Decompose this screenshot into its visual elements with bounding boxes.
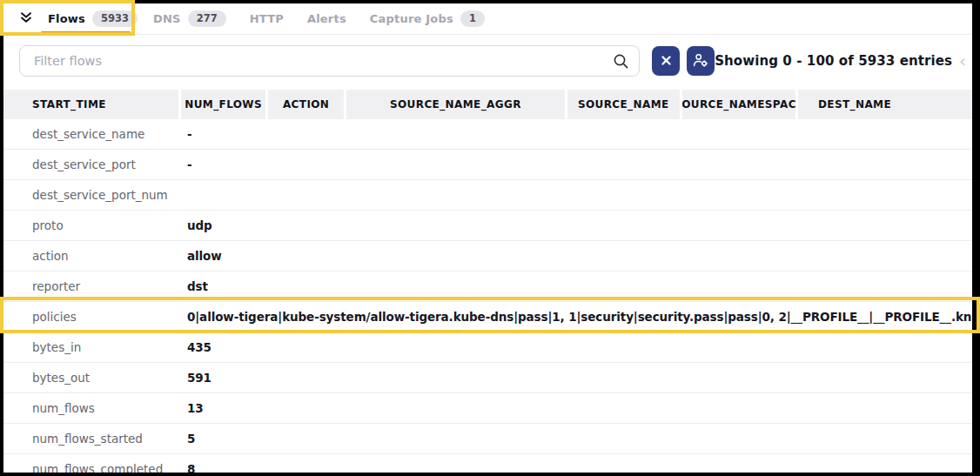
detail-row: reporter dst: [3, 272, 972, 302]
detail-value: -: [187, 127, 972, 141]
detail-key: num_flows_started: [3, 432, 187, 446]
filter-searchbox: [19, 45, 640, 77]
customize-columns-button[interactable]: [687, 46, 715, 76]
detail-row: action allow: [3, 241, 972, 272]
user-settings-icon: [693, 53, 708, 70]
column-header-start-time[interactable]: START_TIME: [3, 90, 178, 119]
detail-row-policies: policies 0|allow-tigera|kube-system/allo…: [3, 302, 972, 332]
tab-capture-jobs[interactable]: Capture Jobs 1: [370, 10, 485, 27]
detail-key: dest_service_port: [3, 158, 187, 171]
detail-row: num_flows 13: [3, 393, 972, 424]
detail-key: bytes_out: [3, 371, 187, 385]
detail-key: policies: [3, 310, 187, 324]
detail-row: dest_service_name -: [3, 119, 972, 150]
detail-row: dest_service_port_num: [3, 180, 972, 211]
detail-key: num_flows_completed: [3, 462, 187, 473]
detail-value: 5: [187, 432, 972, 446]
tab-dns-label: DNS: [153, 12, 181, 25]
tab-alerts-label: Alerts: [307, 12, 346, 25]
column-header-source-name-aggr[interactable]: SOURCE_NAME_AGGR: [346, 90, 565, 119]
tab-capture-jobs-badge: 1: [460, 10, 485, 27]
tab-http-label: HTTP: [250, 12, 284, 25]
detail-value: 591: [187, 371, 972, 385]
detail-key: dest_service_port_num: [3, 188, 187, 202]
detail-row: num_flows_completed 8: [3, 454, 972, 473]
expanded-row-details: dest_service_name - dest_service_port - …: [3, 119, 972, 473]
filter-input[interactable]: [19, 45, 640, 77]
column-header-dest-name[interactable]: DEST_NAME: [798, 90, 972, 119]
detail-value: 435: [187, 340, 972, 354]
detail-value: 8: [187, 462, 972, 473]
tab-capture-jobs-label: Capture Jobs: [370, 12, 453, 25]
tab-alerts[interactable]: Alerts: [307, 12, 346, 25]
detail-row: proto udp: [3, 211, 972, 241]
detail-key: proto: [3, 218, 187, 232]
tab-http[interactable]: HTTP: [250, 12, 284, 25]
detail-value: 0|allow-tigera|kube-system/allow-tigera.…: [187, 310, 972, 324]
detail-value: dst: [187, 279, 972, 293]
detail-key: dest_service_name: [3, 127, 187, 141]
detail-value: allow: [187, 249, 972, 263]
collapse-panel-button[interactable]: [19, 12, 33, 26]
tab-bar: Flows 5933 DNS 277 HTTP Alerts Capture J…: [3, 3, 972, 35]
detail-key: reporter: [3, 279, 187, 293]
detail-key: bytes_in: [3, 340, 187, 354]
x-icon: [661, 55, 671, 68]
detail-value: 13: [187, 401, 972, 415]
detail-value: udp: [187, 218, 972, 232]
tab-flows-label: Flows: [48, 12, 85, 25]
flow-logs-panel: Flows 5933 DNS 277 HTTP Alerts Capture J…: [3, 3, 972, 473]
column-header-source-namespace[interactable]: SOURCE_NAMESPACE: [682, 90, 795, 119]
detail-row: num_flows_started 5: [3, 424, 972, 454]
app-window: Flows 5933 DNS 277 HTTP Alerts Capture J…: [0, 0, 980, 476]
clear-filter-button[interactable]: [652, 46, 680, 76]
detail-key: action: [3, 249, 187, 263]
double-chevron-down-icon: [19, 10, 33, 27]
table-header-row: START_TIME NUM_FLOWS ACTION SOURCE_NAME_…: [3, 90, 972, 119]
filter-bar: Showing 0 - 100 of 5933 entries ‹: [3, 35, 972, 77]
active-tab-underline: [41, 31, 131, 34]
results-summary: Showing 0 - 100 of 5933 entries: [715, 53, 952, 69]
detail-key: num_flows: [3, 401, 187, 415]
detail-row: bytes_in 435: [3, 332, 972, 363]
column-header-source-name[interactable]: SOURCE_NAME: [567, 90, 680, 119]
tab-dns[interactable]: DNS 277: [153, 10, 226, 27]
column-header-action[interactable]: ACTION: [268, 90, 344, 119]
column-header-num-flows[interactable]: NUM_FLOWS: [181, 90, 265, 119]
tab-dns-badge: 277: [188, 10, 226, 27]
search-icon[interactable]: [613, 53, 629, 73]
tab-flows[interactable]: Flows 5933: [48, 10, 138, 27]
tab-flows-badge: 5933: [92, 10, 138, 27]
detail-row: bytes_out 591: [3, 363, 972, 393]
detail-row: dest_service_port -: [3, 150, 972, 180]
detail-value: -: [187, 158, 972, 171]
previous-page-icon[interactable]: ‹: [959, 52, 966, 70]
